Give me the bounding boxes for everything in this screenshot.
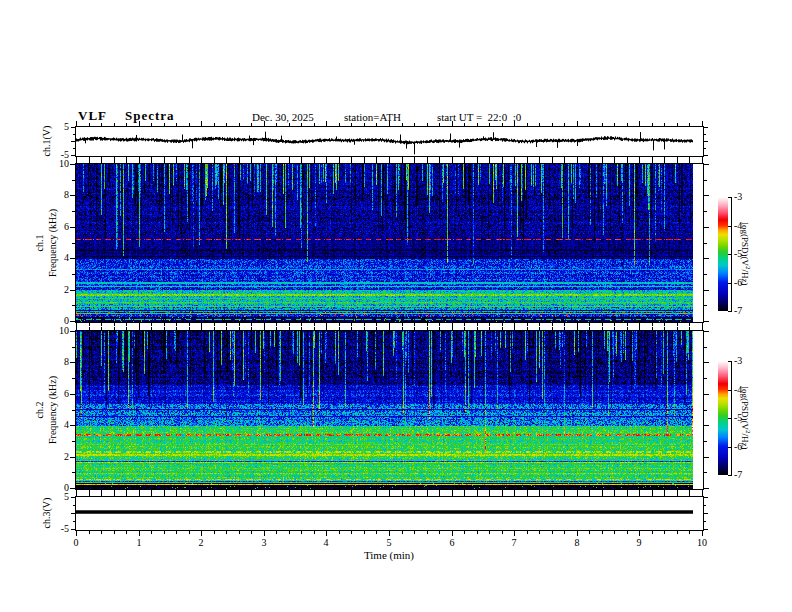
colorbar-tick-label: -4 (734, 384, 754, 395)
x-tick-label: 3 (254, 537, 274, 548)
colorbar-tick-label: -6 (734, 441, 754, 452)
colorbar-tick-label: -6 (734, 277, 754, 288)
header-station: station=ATH (344, 111, 401, 123)
ch1-spectrogram-canvas (76, 164, 703, 322)
ch3-waveform-canvas (76, 497, 703, 530)
colorbar-tick-label: -5 (734, 412, 754, 423)
ch1-waveform-canvas (76, 127, 703, 156)
freq-tick-label: 6 (47, 221, 69, 232)
colorbar-tick-label: -3 (734, 355, 754, 366)
colorbar-tick-label: -4 (734, 220, 754, 231)
colorbar-tick-label: -5 (734, 248, 754, 259)
x-tick-label: 2 (191, 537, 211, 548)
figure-title: VLF Spectra (78, 108, 175, 124)
freq-tick-label: 8 (47, 189, 69, 200)
colorbar-tick-label: -7 (734, 469, 754, 480)
ch3-waveform-panel (75, 496, 704, 531)
freq-tick-label: 8 (47, 356, 69, 367)
freq-tick-label: 4 (47, 419, 69, 430)
vlf-spectra-figure: VLF Spectra Dec. 30, 2025 station=ATH st… (0, 0, 792, 612)
freq-tick-label: 6 (47, 388, 69, 399)
x-tick-label: 0 (66, 537, 86, 548)
colorbar-ch1 (718, 197, 728, 311)
time-axis-label: Time (min) (329, 549, 449, 561)
voltage-tick-label: -5 (47, 523, 69, 534)
x-tick-label: 9 (629, 537, 649, 548)
spec1-channel-label: ch.1 (34, 235, 45, 252)
header-start-ut: start UT = 22:0 :0 (437, 111, 521, 123)
x-tick-label: 8 (567, 537, 587, 548)
spec2-frequency-axis-label: Frequency (kHz) (47, 376, 58, 444)
voltage-tick-label: -5 (47, 149, 69, 160)
ch1-waveform-panel (75, 126, 704, 157)
freq-tick-label: 2 (47, 451, 69, 462)
ch1-spectrogram-panel (75, 163, 704, 323)
freq-tick-label: 2 (47, 284, 69, 295)
x-tick-label: 6 (442, 537, 462, 548)
ch2-spectrogram-panel (75, 330, 704, 490)
colorbar-tick-label: -3 (734, 191, 754, 202)
x-tick-label: 10 (692, 537, 712, 548)
colorbar-ch2 (718, 361, 728, 475)
header-date: Dec. 30, 2025 (252, 111, 314, 123)
colorbar-tick-label: -7 (734, 305, 754, 316)
freq-tick-label: 4 (47, 252, 69, 263)
spec2-channel-label: ch.2 (34, 402, 45, 419)
x-tick-label: 7 (504, 537, 524, 548)
voltage-tick-label: 5 (47, 121, 69, 132)
voltage-tick-label: 5 (47, 491, 69, 502)
ch2-spectrogram-canvas (76, 331, 703, 489)
freq-tick-label: 10 (47, 325, 69, 336)
x-tick-label: 5 (379, 537, 399, 548)
x-tick-label: 4 (316, 537, 336, 548)
x-tick-label: 1 (129, 537, 149, 548)
spec1-frequency-axis-label: Frequency (kHz) (47, 209, 58, 277)
